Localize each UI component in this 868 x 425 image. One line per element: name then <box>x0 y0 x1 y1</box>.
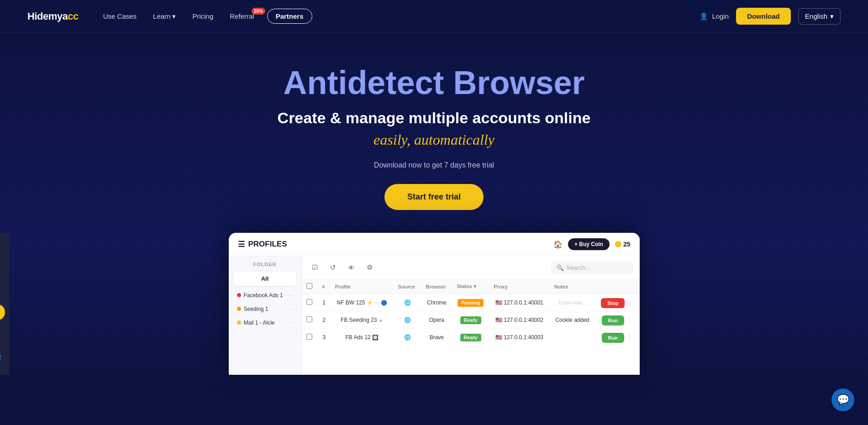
app-header: ☰ PROFILES 🏠 + Buy Coin 25 <box>229 233 640 256</box>
more-menu-2[interactable]: ⋮ <box>626 316 633 324</box>
row-source-2: 🌐 <box>394 311 421 329</box>
col-checkbox <box>302 279 318 294</box>
row-browser-3: Brave <box>421 329 452 346</box>
sidebar-icon-lightning[interactable]: ⚡ <box>0 282 5 299</box>
search-icon: 🔍 <box>557 264 564 271</box>
status-badge-ready: Ready <box>460 334 481 341</box>
row-browser-1: Chrome <box>421 294 452 311</box>
profiles-area: ☑ ↺ 👁 ⚙ 🔍 Search... <box>302 256 640 375</box>
more-menu-1[interactable]: ⋮ <box>626 299 634 306</box>
row-proxy-2: 🇺🇸 127.0.0.1:40002 <box>489 311 549 329</box>
coin-count: 25 <box>615 241 631 248</box>
nav-item-use-cases[interactable]: Use Cases <box>97 9 143 24</box>
app-body: FOLDER All Facebook Ads 1 ⋯ Seeding 1 ⋯ … <box>229 256 640 375</box>
row-status-3: Ready <box>452 329 489 346</box>
more-menu-3[interactable]: ⋮ <box>626 333 633 341</box>
row-notes-3 <box>550 329 595 346</box>
folder-more-icon[interactable]: ⋯ <box>287 319 293 326</box>
chevron-down-icon: ▾ <box>172 12 176 21</box>
row-status-2: Ready <box>452 311 489 329</box>
sidebar-icon-users[interactable]: 👥 <box>0 348 5 364</box>
app-header-right: 🏠 + Buy Coin 25 <box>553 238 631 250</box>
toolbar-eye-icon[interactable]: 👁 <box>345 261 358 274</box>
folder-item-mail[interactable]: Mail 1 - Alcie ⋯ <box>233 316 297 330</box>
row-action-1: Stop ⋮ <box>595 294 639 311</box>
chat-icon: 💬 <box>837 394 849 406</box>
flag-icon: 🇺🇸 <box>495 299 502 306</box>
start-trial-button[interactable]: Start free trial <box>384 184 484 210</box>
run-button-3[interactable]: Run <box>602 333 624 343</box>
chevron-down-icon: ▾ <box>830 12 834 21</box>
sidebar-icon-add[interactable]: ＋ <box>0 260 5 277</box>
download-button[interactable]: Download <box>736 8 791 25</box>
toolbar-check-icon[interactable]: ☑ <box>308 261 322 274</box>
row-profile-1: NF BW 125 ⚡ ← 🔵 <box>331 294 394 311</box>
table-toolbar: ☑ ↺ 👁 ⚙ 🔍 Search... <box>302 256 640 279</box>
row-source-3: 🌐 <box>394 329 421 346</box>
referral-badge: 20% <box>252 8 265 15</box>
hero-cursive: easily, automatically <box>9 131 859 148</box>
folder-section-label: FOLDER <box>233 262 297 267</box>
menu-icon: ☰ <box>238 240 245 249</box>
nav-item-referral[interactable]: Referral 20% <box>223 9 263 24</box>
language-selector[interactable]: English ▾ <box>798 8 841 25</box>
nav-left: Hidemyacc Use Cases Learn ▾ Pricing Refe… <box>27 9 312 24</box>
select-all-checkbox[interactable] <box>306 283 312 289</box>
col-proxy: Proxy <box>489 279 549 294</box>
folder-more-icon[interactable]: ⋯ <box>287 305 293 313</box>
table-row: 2 FB Seeding 23 ▲ 🌐 Opera Ready 🇺🇸 127.0… <box>302 311 640 329</box>
stop-button-1[interactable]: Stop <box>601 298 625 308</box>
sidebar-icon-download[interactable]: ⬇ <box>0 326 5 342</box>
home-icon[interactable]: 🏠 <box>553 240 563 249</box>
sidebar-icon-grid[interactable]: ⊞ <box>0 304 5 320</box>
run-button-2[interactable]: Run <box>602 315 624 325</box>
row-checkbox-1[interactable] <box>306 299 312 305</box>
app-sidebar: 👤 ＋ ⚡ ⊞ ⬇ 👥 <box>0 233 9 375</box>
nav-right: 👤 Login Download English ▾ <box>700 8 841 25</box>
profile-icon-grid: 🔲 <box>372 335 379 340</box>
status-badge-running: Running <box>458 299 484 307</box>
row-num-1: 1 <box>317 294 330 311</box>
row-status-1: Running <box>452 294 489 311</box>
folder-all-item[interactable]: All <box>233 272 297 286</box>
row-num-2: 2 <box>317 311 330 329</box>
row-proxy-1: 🇺🇸 127.0.0.1:40001 <box>489 294 549 311</box>
buy-coin-button[interactable]: + Buy Coin <box>568 238 610 250</box>
profile-icon-triangle: ▲ <box>379 317 384 323</box>
row-action-3: Run ⋮ <box>595 329 639 346</box>
row-source-1: 🌐 <box>394 294 421 311</box>
coin-icon <box>615 241 621 247</box>
nav-item-partners[interactable]: Partners <box>267 9 312 24</box>
row-notes-1[interactable]: Enter note... <box>550 294 595 311</box>
sidebar-icon-user[interactable]: 👤 <box>0 238 5 255</box>
row-profile-2: FB Seeding 23 ▲ <box>331 311 394 329</box>
toolbar-settings-icon[interactable]: ⚙ <box>363 261 377 274</box>
logo[interactable]: Hidemyacc <box>27 10 79 22</box>
login-button[interactable]: 👤 Login <box>700 12 729 21</box>
folder-more-icon[interactable]: ⋯ <box>287 292 293 299</box>
hero-section: Antidetect Browser Create & manage multi… <box>0 33 868 384</box>
col-status: Status ▾ <box>452 279 489 294</box>
hero-description: Download now to get 7 days free trial <box>9 161 859 169</box>
folder-item-facebook[interactable]: Facebook Ads 1 ⋯ <box>233 289 297 302</box>
nav-links: Use Cases Learn ▾ Pricing Referral 20% P… <box>97 9 312 24</box>
chat-bubble[interactable]: 💬 <box>831 388 854 411</box>
row-checkbox-3[interactable] <box>306 334 312 340</box>
col-action <box>595 279 639 294</box>
toolbar-icons: ☑ ↺ 👁 ⚙ <box>308 261 377 274</box>
nav-item-learn[interactable]: Learn ▾ <box>147 9 182 24</box>
flag-icon: 🇺🇸 <box>495 334 502 341</box>
row-checkbox-2[interactable] <box>306 316 312 322</box>
nav-item-pricing[interactable]: Pricing <box>186 9 220 24</box>
row-profile-3: FB Ads 12 🔲 <box>331 329 394 346</box>
row-action-2: Run ⋮ <box>595 311 639 329</box>
search-box[interactable]: 🔍 Search... <box>551 262 633 274</box>
folder-item-seeding[interactable]: Seeding 1 ⋯ <box>233 302 297 316</box>
col-browser: Browser <box>421 279 452 294</box>
row-notes-2: Cookie added <box>550 311 595 329</box>
flag-icon: 🇺🇸 <box>495 317 502 323</box>
row-proxy-3: 🇺🇸 127.0.0.1:40003 <box>489 329 549 346</box>
profiles-title: ☰ PROFILES <box>238 240 287 249</box>
col-num: # <box>317 279 330 294</box>
toolbar-refresh-icon[interactable]: ↺ <box>326 261 340 274</box>
